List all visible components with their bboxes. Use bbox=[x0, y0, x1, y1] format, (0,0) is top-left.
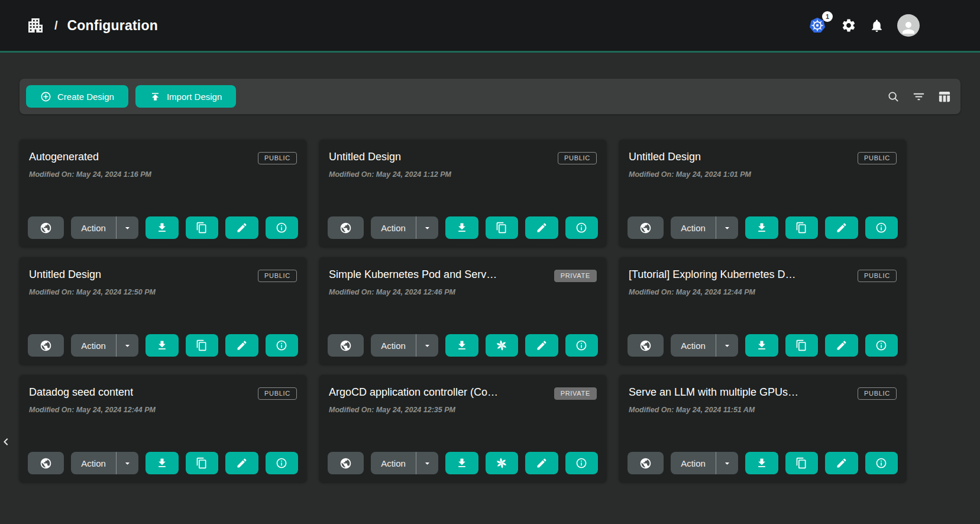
design-swirl-button[interactable] bbox=[486, 452, 519, 474]
visibility-button[interactable] bbox=[628, 216, 664, 239]
clone-button[interactable] bbox=[785, 216, 819, 239]
action-split-button[interactable]: Action bbox=[371, 216, 438, 239]
download-button[interactable] bbox=[145, 216, 179, 239]
design-card[interactable]: [Tutorial] Exploring Kubernetes D… PUBLI… bbox=[619, 257, 906, 364]
edit-button[interactable] bbox=[225, 452, 258, 474]
edit-button[interactable] bbox=[525, 334, 558, 357]
design-card[interactable]: ArgoCD application controller (Co… PRIVA… bbox=[319, 375, 606, 482]
info-button[interactable] bbox=[565, 452, 599, 474]
table-view-button[interactable] bbox=[937, 90, 951, 103]
create-design-button[interactable]: Create Design bbox=[26, 85, 128, 108]
action-split-button[interactable]: Action bbox=[671, 452, 738, 474]
design-swirl-button[interactable] bbox=[486, 334, 519, 357]
info-button[interactable] bbox=[266, 452, 299, 474]
design-card[interactable]: Serve an LLM with multiple GPUs… PUBLIC … bbox=[619, 375, 906, 482]
info-button[interactable] bbox=[865, 334, 898, 357]
copy-icon bbox=[196, 339, 208, 351]
visibility-button[interactable] bbox=[328, 334, 364, 357]
edit-button[interactable] bbox=[525, 216, 558, 239]
action-dropdown-button[interactable] bbox=[416, 223, 438, 233]
clone-button[interactable] bbox=[186, 216, 219, 239]
design-card[interactable]: Untitled Design PUBLIC Modified On: May … bbox=[319, 140, 606, 247]
info-icon bbox=[875, 339, 887, 351]
action-split-button[interactable]: Action bbox=[671, 334, 738, 357]
visibility-button[interactable] bbox=[328, 216, 364, 239]
clone-button[interactable] bbox=[785, 452, 819, 474]
download-button[interactable] bbox=[445, 216, 478, 239]
action-dropdown-button[interactable] bbox=[416, 458, 438, 468]
download-button[interactable] bbox=[145, 452, 179, 474]
info-icon bbox=[875, 457, 887, 469]
modified-on: Modified On: May 24, 2024 1:16 PM bbox=[29, 170, 297, 179]
action-label: Action bbox=[371, 458, 416, 468]
breadcrumb: / Configuration bbox=[26, 16, 158, 35]
info-button[interactable] bbox=[266, 334, 299, 357]
visibility-button[interactable] bbox=[328, 452, 364, 474]
card-header: Untitled Design PUBLIC bbox=[629, 151, 897, 164]
filter-button[interactable] bbox=[912, 90, 926, 103]
download-button[interactable] bbox=[745, 216, 778, 239]
visibility-button[interactable] bbox=[628, 452, 664, 474]
card-actions: Action bbox=[328, 216, 598, 239]
download-button[interactable] bbox=[445, 452, 478, 474]
info-icon bbox=[276, 222, 287, 234]
design-card[interactable]: Datadog seed content PUBLIC Modified On:… bbox=[20, 375, 306, 482]
action-dropdown-button[interactable] bbox=[716, 458, 738, 468]
action-dropdown-button[interactable] bbox=[416, 341, 438, 351]
card-header: Datadog seed content PUBLIC bbox=[29, 386, 297, 400]
action-split-button[interactable]: Action bbox=[371, 452, 438, 474]
info-button[interactable] bbox=[565, 334, 599, 357]
edit-button[interactable] bbox=[825, 452, 858, 474]
add-circle-icon bbox=[40, 91, 51, 102]
user-avatar[interactable] bbox=[897, 14, 920, 37]
card-actions: Action bbox=[28, 334, 298, 357]
design-card[interactable]: Untitled Design PUBLIC Modified On: May … bbox=[20, 257, 306, 364]
card-header: Serve an LLM with multiple GPUs… PUBLIC bbox=[629, 386, 897, 400]
designs-toolbar: Create Design Import Design bbox=[20, 79, 960, 114]
drawer-collapse-button[interactable] bbox=[0, 432, 13, 451]
clone-button[interactable] bbox=[186, 334, 219, 357]
action-split-button[interactable]: Action bbox=[671, 216, 738, 239]
design-card[interactable]: Simple Kubernetes Pod and Serv… PRIVATE … bbox=[319, 257, 606, 364]
action-split-button[interactable]: Action bbox=[71, 216, 138, 239]
design-card[interactable]: Untitled Design PUBLIC Modified On: May … bbox=[619, 140, 906, 247]
visibility-badge: PUBLIC bbox=[858, 152, 897, 164]
download-button[interactable] bbox=[745, 334, 778, 357]
notifications-button[interactable] bbox=[869, 18, 884, 33]
edit-button[interactable] bbox=[225, 334, 258, 357]
info-button[interactable] bbox=[865, 216, 898, 239]
import-design-label: Import Design bbox=[167, 92, 222, 102]
action-split-button[interactable]: Action bbox=[371, 334, 438, 357]
edit-button[interactable] bbox=[225, 216, 258, 239]
download-button[interactable] bbox=[445, 334, 478, 357]
info-button[interactable] bbox=[266, 216, 299, 239]
action-split-button[interactable]: Action bbox=[71, 452, 138, 474]
info-button[interactable] bbox=[865, 452, 898, 474]
clone-button[interactable] bbox=[785, 334, 819, 357]
action-dropdown-button[interactable] bbox=[117, 458, 138, 468]
action-dropdown-button[interactable] bbox=[716, 341, 738, 351]
download-button[interactable] bbox=[145, 334, 179, 357]
action-dropdown-button[interactable] bbox=[716, 223, 738, 233]
design-card[interactable]: Autogenerated PUBLIC Modified On: May 24… bbox=[20, 140, 306, 247]
kubernetes-context-button[interactable]: 1 bbox=[808, 16, 828, 35]
action-dropdown-button[interactable] bbox=[117, 341, 138, 351]
download-icon bbox=[456, 339, 468, 351]
visibility-button[interactable] bbox=[28, 334, 64, 357]
download-button[interactable] bbox=[745, 452, 778, 474]
import-design-button[interactable]: Import Design bbox=[135, 85, 236, 108]
edit-button[interactable] bbox=[525, 452, 558, 474]
visibility-button[interactable] bbox=[28, 216, 64, 239]
visibility-button[interactable] bbox=[628, 334, 664, 357]
info-button[interactable] bbox=[565, 216, 599, 239]
action-dropdown-button[interactable] bbox=[117, 223, 138, 233]
search-button[interactable] bbox=[887, 90, 900, 103]
settings-button[interactable] bbox=[841, 18, 856, 33]
action-split-button[interactable]: Action bbox=[71, 334, 138, 357]
info-icon bbox=[875, 222, 887, 234]
clone-button[interactable] bbox=[486, 216, 519, 239]
clone-button[interactable] bbox=[186, 452, 219, 474]
visibility-button[interactable] bbox=[28, 452, 64, 474]
edit-button[interactable] bbox=[825, 216, 858, 239]
edit-button[interactable] bbox=[825, 334, 858, 357]
